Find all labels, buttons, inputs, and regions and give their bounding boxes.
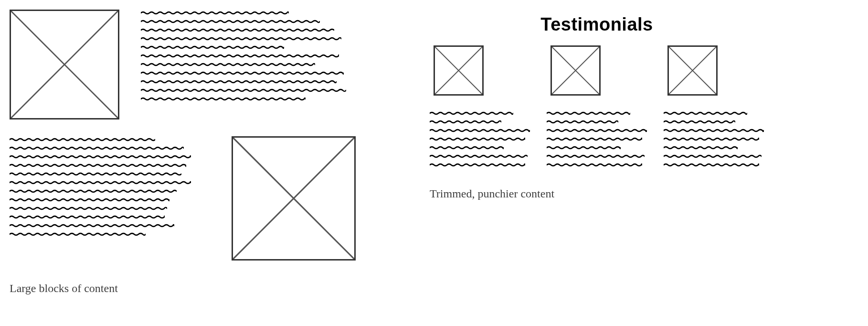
placeholder-text-line — [10, 179, 191, 186]
placeholder-image-icon — [232, 136, 356, 261]
placeholder-text-line — [10, 214, 191, 220]
placeholder-text-line — [141, 35, 346, 42]
placeholder-text-line — [10, 205, 191, 212]
placeholder-text-line — [664, 127, 764, 134]
placeholder-text-line — [664, 153, 764, 160]
placeholder-text-line — [10, 136, 191, 143]
placeholder-text-line — [547, 144, 647, 151]
testimonial-text — [547, 110, 647, 168]
testimonials-heading: Testimonials — [430, 14, 764, 35]
right-panel: Testimonials Trimmed, punchier content — [430, 10, 764, 316]
placeholder-text-line — [547, 162, 647, 168]
placeholder-text-line — [664, 119, 764, 125]
placeholder-text-line — [664, 144, 764, 151]
testimonial-text — [664, 110, 764, 168]
placeholder-text-line — [10, 171, 191, 177]
placeholder-text-line — [547, 119, 647, 125]
placeholder-text-line — [430, 153, 530, 160]
testimonial-column — [430, 45, 530, 168]
placeholder-text-line — [141, 87, 346, 94]
text-block-1 — [141, 10, 346, 102]
placeholder-text-line — [430, 119, 530, 125]
placeholder-text-line — [10, 145, 191, 152]
placeholder-text-line — [141, 70, 346, 76]
placeholder-text-line — [141, 96, 346, 102]
placeholder-text-line — [547, 127, 647, 134]
placeholder-text-line — [10, 153, 191, 160]
placeholder-text-line — [10, 196, 191, 203]
placeholder-text-line — [430, 110, 530, 117]
placeholder-text-line — [141, 27, 346, 33]
placeholder-text-line — [141, 18, 346, 25]
placeholder-text-line — [430, 136, 530, 142]
testimonial-text — [430, 110, 530, 168]
placeholder-text-line — [547, 110, 647, 117]
placeholder-text-line — [10, 162, 191, 169]
placeholder-text-line — [10, 222, 191, 229]
placeholder-text-line — [547, 136, 647, 142]
placeholder-text-line — [10, 231, 191, 238]
placeholder-image-icon — [550, 45, 601, 96]
placeholder-text-line — [141, 61, 346, 68]
placeholder-image-icon — [434, 45, 484, 96]
placeholder-text-line — [664, 110, 764, 117]
testimonials-columns — [430, 45, 764, 168]
placeholder-text-line — [430, 162, 530, 168]
placeholder-text-line — [141, 53, 346, 59]
testimonial-column — [547, 45, 647, 168]
content-row-2 — [10, 136, 363, 261]
placeholder-text-line — [141, 10, 346, 16]
placeholder-text-line — [664, 136, 764, 142]
left-panel: Large blocks of content — [10, 10, 363, 316]
content-row-1 — [10, 10, 363, 120]
placeholder-image-icon — [667, 45, 718, 96]
testimonial-column — [664, 45, 764, 168]
placeholder-text-line — [430, 144, 530, 151]
right-caption: Trimmed, punchier content — [430, 187, 764, 200]
placeholder-text-line — [10, 188, 191, 195]
left-caption: Large blocks of content — [10, 282, 363, 295]
text-block-2 — [10, 136, 191, 238]
placeholder-text-line — [547, 153, 647, 160]
placeholder-text-line — [430, 127, 530, 134]
placeholder-text-line — [664, 162, 764, 168]
placeholder-text-line — [141, 78, 346, 85]
placeholder-text-line — [141, 44, 346, 51]
placeholder-image-icon — [10, 10, 119, 120]
